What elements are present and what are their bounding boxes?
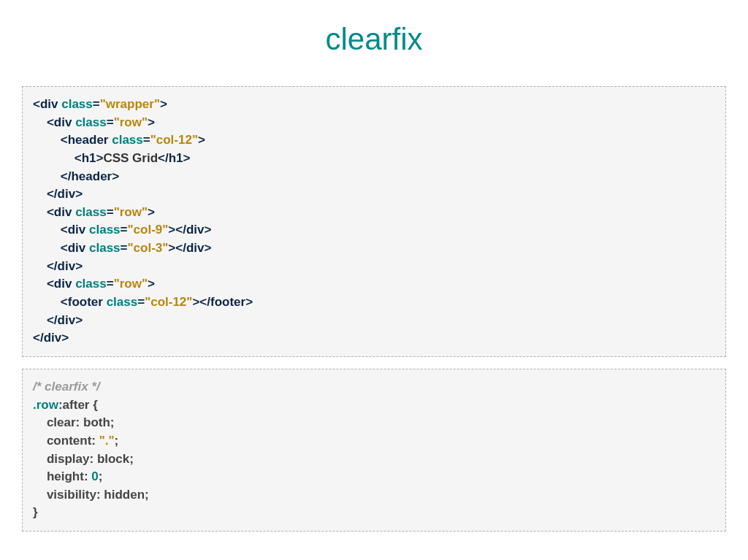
page-title: clearfix [22, 22, 726, 57]
slide-page: clearfix <div class="wrapper"> <div clas… [0, 22, 748, 560]
css-code-block: /* clearfix */ .row:after { clear: both;… [22, 369, 726, 532]
html-code-block: <div class="wrapper"> <div class="row"> … [22, 86, 726, 357]
